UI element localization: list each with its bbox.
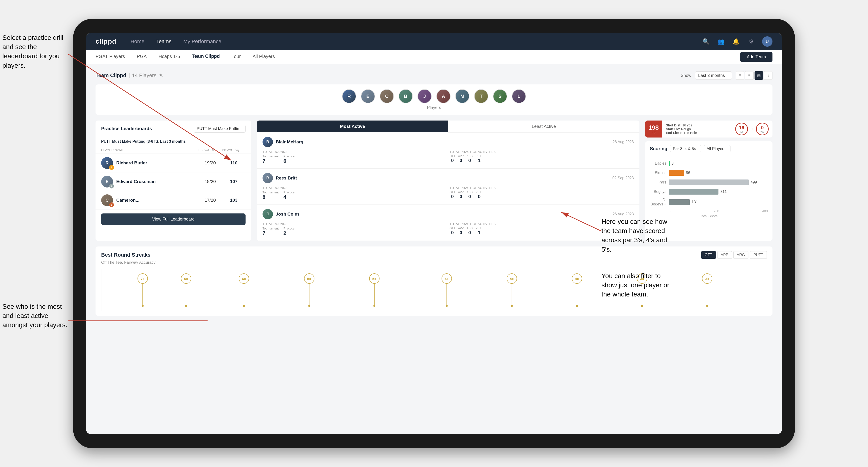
streak-bubble-7: 4x [572,273,582,284]
filter-btn-arg[interactable]: ARG [733,251,749,259]
streaks-header: Best Round Streaks OTT APP ARG PUTT [101,251,767,259]
leaderboard-card-header: Practice Leaderboards PUTT Must Make Put… [96,121,251,137]
scoring-chart: Eagles3Birdies96Pars499Bogeys311D. Bogey… [645,156,772,222]
edit-icon[interactable]: ✎ [159,73,163,78]
bell-icon[interactable]: 🔔 [732,37,740,46]
show-select[interactable]: Last 3 months [695,71,732,80]
annotation-bottom-left: See who is the most and least active amo… [2,302,68,330]
chart-bars: Eagles3Birdies96Pars499Bogeys311D. Bogey… [650,160,768,206]
chart-row-eagles: Eagles3 [650,160,768,167]
activity-stats-3: Total Rounds Tournament 7 Practice 2 [262,222,634,236]
bar-container-Birdies: 96 [669,169,768,176]
subnav-link-tour[interactable]: Tour [231,54,241,60]
player-avatar-4[interactable]: B [399,89,413,103]
rounds-group-2: Total Rounds Tournament 8 Practice 4 [262,186,447,200]
player-avatar-1[interactable]: R [342,89,356,103]
tab-least-active[interactable]: Least Active [448,121,640,132]
tournament-col-2: Tournament 8 [262,191,279,200]
nav-link-home[interactable]: Home [130,38,144,44]
scoring-card: Scoring Par 3, 4 & 5s All Players Eagles… [645,141,772,241]
scoring-player-filter[interactable]: All Players [704,145,731,152]
streak-line-3 [309,284,309,305]
badge-bronze-3: 3 [109,203,114,207]
shot-circle-1: 16 yds [735,123,748,135]
lb-avg-3: 103 [222,198,246,203]
view-full-leaderboard-button[interactable]: View Full Leaderboard [101,214,246,225]
streak-bubble-0: 7x [137,273,148,284]
drill-select[interactable]: PUTT Must Make Putting... [194,125,246,132]
scoring-header: Scoring Par 3, 4 & 5s All Players [645,141,772,156]
streak-line-8 [642,284,642,305]
player-avatar-3[interactable]: C [380,89,394,103]
rounds-values-1: Tournament 7 Practice 6 [262,154,447,164]
avatar[interactable]: U [762,36,772,47]
tab-most-active[interactable]: Most Active [257,121,448,132]
activity-player-2: R Rees Britt 02 Sep 2023 Total Rounds To… [257,168,640,205]
subnav-link-team-clippd[interactable]: Team Clippd [192,54,220,60]
lb-player-2: E 2 Edward Crossman [101,176,198,187]
rounds-label-3: Total Rounds [262,222,447,226]
rounds-group-3: Total Rounds Tournament 7 Practice 2 [262,222,447,236]
activity-player-2-header: R Rees Britt 02 Sep 2023 [262,173,634,183]
activity-date-3: 26 Aug 2023 [613,212,634,216]
shot-info-card: 198 SQ Shot Dist: 16 yds Start Lie: Roug… [645,121,772,137]
subnav-link-pgat[interactable]: PGAT Players [96,54,125,60]
player-avatar-2[interactable]: E [361,89,375,103]
player-avatar-9[interactable]: S [493,89,507,103]
view-buttons: ⊞ ≡ ▤ ↕ [736,71,772,80]
players-section: R E C B J A M T S L Players [96,85,772,115]
filter-btn-app[interactable]: APP [717,251,732,259]
player-avatar-10[interactable]: L [512,89,526,103]
view-list-btn[interactable]: ≡ [745,71,753,80]
activities-values-1: OTT 0 APP 0 ARG 0 [450,154,634,163]
nav-logo: clippd [96,38,116,45]
streak-dot-5 [446,305,448,307]
practice-col-2: Practice 4 [283,191,294,200]
badge-gold-1: 1 [109,165,114,170]
streak-point-9: 3x [702,273,712,307]
activity-player-1-info: B Blair McHarg [262,137,303,147]
streak-bubble-2: 6x [239,273,249,284]
streak-bubble-6: 4x [507,273,517,284]
player-avatar-6[interactable]: A [436,89,451,103]
settings-icon[interactable]: ⚙ [747,37,755,46]
streak-bubble-8: 3x [637,273,647,284]
lb-score-3: 17/20 [198,198,222,203]
activity-player-1: B Blair McHarg 26 Aug 2023 Total Rounds … [257,132,640,168]
player-avatar-5[interactable]: J [417,89,432,103]
filter-btn-putt[interactable]: PUTT [750,251,767,259]
team-name: Team Clippd [96,72,126,79]
streak-point-6: 4x [507,273,517,307]
bar-value-Eagles: 3 [672,161,674,165]
view-card-btn[interactable]: ▤ [754,71,763,80]
scoring-par-filter[interactable]: Par 3, 4 & 5s [670,145,701,152]
player-avatar-8[interactable]: T [474,89,488,103]
view-sort-btn[interactable]: ↕ [764,71,772,80]
shot-arrow: → [750,127,754,132]
activity-date-2: 02 Sep 2023 [612,176,634,180]
view-grid-btn[interactable]: ⊞ [736,71,744,80]
nav-link-my-performance[interactable]: My Performance [183,38,221,44]
streak-line-9 [707,284,707,305]
activity-player-1-header: B Blair McHarg 26 Aug 2023 [262,137,634,147]
player-avatar-7[interactable]: M [455,89,469,103]
lb-player-1: R 1 Richard Butler [101,157,198,169]
shot-circle-2: 0 yds [756,123,769,135]
add-team-button[interactable]: Add Team [740,52,772,62]
activities-values-2: OTT 0 APP 0 ARG 0 [450,191,634,199]
filter-btn-ott[interactable]: OTT [701,251,716,259]
streak-line-0 [143,284,143,305]
subnav-link-pga[interactable]: PGA [137,54,147,60]
ott-col-3: OTT 0 [450,227,455,236]
subnav-link-all-players[interactable]: All Players [253,54,275,60]
team-controls: Show Last 3 months ⊞ ≡ ▤ ↕ [681,71,772,80]
search-icon[interactable]: 🔍 [702,37,710,46]
nav-links: Home Teams My Performance [130,38,702,44]
streak-dot-2 [243,305,245,307]
nav-link-teams[interactable]: Teams [156,38,172,44]
badge-silver-2: 2 [109,184,114,188]
subnav-link-hcaps[interactable]: Hcaps 1-5 [158,54,180,60]
lb-row-2: E 2 Edward Crossman 18/20 107 [96,173,251,191]
chart-row-bogeys: Bogeys311 [650,188,768,195]
people-icon[interactable]: 👥 [717,37,725,46]
